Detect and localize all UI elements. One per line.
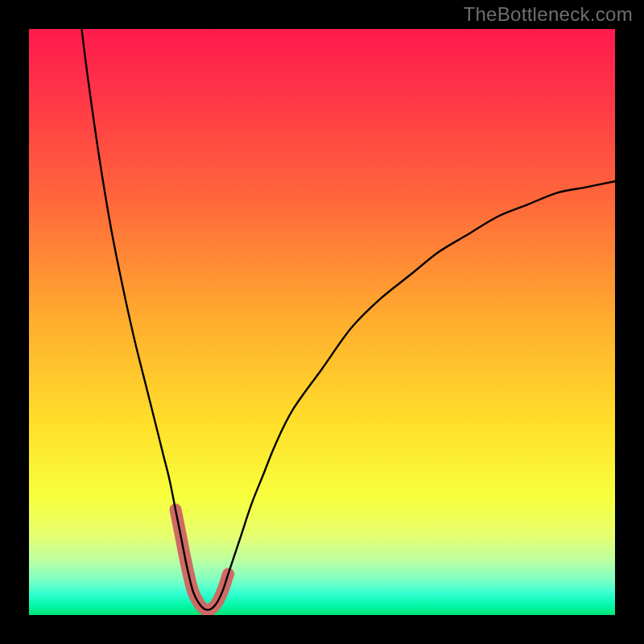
figure-frame: TheBottleneck.com xyxy=(0,0,644,644)
gradient-background xyxy=(29,29,615,615)
watermark-label: TheBottleneck.com xyxy=(463,3,633,26)
plot-area xyxy=(29,29,615,615)
bottleneck-chart xyxy=(29,29,615,615)
